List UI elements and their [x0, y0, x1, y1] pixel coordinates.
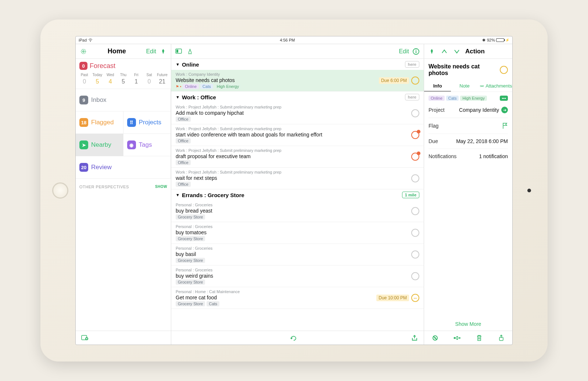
- location-badge: here: [405, 61, 419, 68]
- inspector-flag-row[interactable]: Flag: [429, 118, 508, 134]
- svg-rect-6: [176, 50, 178, 53]
- task-status-circle[interactable]: [411, 153, 419, 161]
- task-row[interactable]: Work : Project Jellyfish : Submit prelim…: [171, 103, 424, 124]
- next-icon[interactable]: [453, 47, 461, 56]
- task-row[interactable]: Personal : Groceriesbuy bread yeastGroce…: [171, 200, 424, 222]
- inspector-project-row[interactable]: Project Company Identity➔: [429, 102, 508, 118]
- task-status-circle[interactable]: [411, 250, 419, 259]
- project-key: Project: [429, 107, 445, 113]
- sidebar-item-tags[interactable]: ◉ Tags: [123, 134, 171, 156]
- notif-value: 1 notification: [479, 153, 508, 159]
- view-options-icon[interactable]: [175, 47, 183, 56]
- bluetooth-icon: ✱: [482, 38, 485, 43]
- task-row[interactable]: Personal : Home : Cat MaintenanceGet mor…: [171, 287, 424, 309]
- task-row[interactable]: Work : Project Jellyfish : Submit prelim…: [171, 146, 424, 168]
- flag-key: Flag: [429, 123, 438, 129]
- task-row[interactable]: Personal : Groceriesbuy tomatoesGrocery …: [171, 222, 424, 244]
- inspector-share-icon[interactable]: [497, 334, 505, 342]
- cleanup-icon[interactable]: [186, 47, 194, 56]
- tab-info[interactable]: Info: [424, 81, 451, 92]
- task-status-circle[interactable]: [411, 272, 419, 280]
- charging-icon: ⚡: [505, 38, 509, 42]
- tab-attachments-icon[interactable]: ⫘: [478, 81, 485, 92]
- review-badge: 20: [79, 163, 88, 172]
- add-inbox-icon[interactable]: [81, 334, 89, 342]
- sidebar-item-flagged[interactable]: 18 Flagged: [76, 111, 123, 134]
- tags-icon: ◉: [127, 140, 136, 149]
- task-status-circle[interactable]: [411, 131, 419, 139]
- goto-project-icon[interactable]: ➔: [501, 107, 508, 113]
- task-status-circle[interactable]: [411, 229, 419, 237]
- inbox-badge: 9: [79, 96, 88, 104]
- info-icon[interactable]: [412, 47, 420, 56]
- forecast-days[interactable]: Past0Today5Wed4Thu5Fri1Sat0Future21: [76, 71, 171, 89]
- task-status-circle[interactable]: [411, 294, 419, 302]
- tag[interactable]: High Energy: [460, 96, 487, 101]
- task-status-circle[interactable]: [411, 76, 419, 85]
- inspector-due-row[interactable]: Due May 22, 2018 6:00 PM: [429, 134, 508, 149]
- sidebar-title: Home: [90, 47, 143, 55]
- tab-note[interactable]: Note: [451, 81, 478, 92]
- sidebar-item-review[interactable]: 20 Review: [76, 156, 171, 179]
- inbox-label: Inbox: [91, 96, 107, 104]
- prev-icon[interactable]: [440, 47, 448, 56]
- review-label: Review: [91, 164, 112, 171]
- task-status-circle[interactable]: [411, 109, 419, 117]
- undo-icon[interactable]: [290, 334, 298, 342]
- pin-inspector-icon[interactable]: [428, 47, 436, 56]
- settings-icon[interactable]: [79, 47, 87, 56]
- sidebar-item-inbox[interactable]: 9 Inbox: [76, 89, 171, 111]
- other-perspectives-label: OTHER PERSPECTIVES: [79, 185, 129, 189]
- action-status-circle[interactable]: [500, 66, 508, 74]
- clock: 4:56 PM: [280, 38, 295, 42]
- forecast-label: Forecast: [90, 62, 115, 70]
- battery-icon: [496, 38, 504, 42]
- task-row[interactable]: Work : Project Jellyfish : Submit prelim…: [171, 168, 424, 189]
- convert-icon[interactable]: [453, 334, 461, 342]
- flag-outline-icon: [502, 122, 508, 129]
- trash-icon[interactable]: [475, 334, 483, 342]
- section-header[interactable]: ▼Errands : Grocery Store1 mile: [171, 189, 424, 200]
- task-status-circle[interactable]: [411, 174, 419, 182]
- location-badge: here: [405, 94, 419, 100]
- main-edit-button[interactable]: Edit: [399, 48, 409, 55]
- more-tags-icon[interactable]: •••: [500, 96, 508, 101]
- task-status-circle[interactable]: [411, 207, 419, 215]
- show-more-button[interactable]: Show More: [424, 317, 512, 331]
- project-value: Company Identity: [459, 107, 499, 113]
- task-row[interactable]: Personal : Groceriesbuy basilGrocery Sto…: [171, 244, 424, 266]
- inspector-header: Action: [465, 48, 485, 55]
- section-header[interactable]: ▼Onlinehere: [171, 59, 424, 70]
- ipad-home-button[interactable]: [52, 182, 68, 199]
- projects-label: Projects: [139, 119, 161, 126]
- location-badge: 1 mile: [402, 192, 419, 198]
- svg-point-1: [81, 49, 86, 54]
- svg-point-0: [90, 41, 91, 42]
- task-row[interactable]: Work : Project Jellyfish : Submit prelim…: [171, 124, 424, 146]
- due-value: May 22, 2018 6:00 PM: [456, 138, 508, 144]
- inspector-notifications-row[interactable]: Notifications 1 notification: [429, 149, 508, 164]
- due-key: Due: [429, 138, 438, 144]
- share-icon[interactable]: [410, 334, 419, 342]
- battery-percent: 92%: [487, 38, 495, 42]
- flagged-label: Flagged: [91, 119, 114, 126]
- tag[interactable]: Online: [429, 96, 445, 101]
- section-header[interactable]: ▼Work : Officehere: [171, 92, 424, 103]
- task-row[interactable]: Work : Company IdentityWebsite needs cat…: [171, 70, 424, 92]
- sidebar-item-forecast[interactable]: 0 Forecast: [76, 59, 171, 71]
- svg-point-2: [83, 51, 84, 52]
- sidebar-item-projects[interactable]: ⠿ Projects: [123, 111, 171, 134]
- ipad-camera: [527, 189, 531, 192]
- sidebar-edit-button[interactable]: Edit: [146, 48, 156, 55]
- tab-attachments[interactable]: Attachments: [485, 81, 512, 92]
- pin-icon[interactable]: [159, 47, 167, 56]
- tag[interactable]: Cats: [446, 96, 459, 101]
- focus-icon[interactable]: [431, 334, 439, 342]
- nearby-icon: ➤: [79, 140, 88, 149]
- sidebar-item-nearby[interactable]: ➤ Nearby: [76, 134, 123, 156]
- svg-point-8: [416, 49, 416, 50]
- tags-label: Tags: [139, 141, 152, 149]
- task-row[interactable]: Personal : Groceriesbuy weird grainsGroc…: [171, 266, 424, 287]
- show-perspectives-button[interactable]: SHOW: [155, 185, 167, 189]
- wifi-icon: [88, 38, 93, 42]
